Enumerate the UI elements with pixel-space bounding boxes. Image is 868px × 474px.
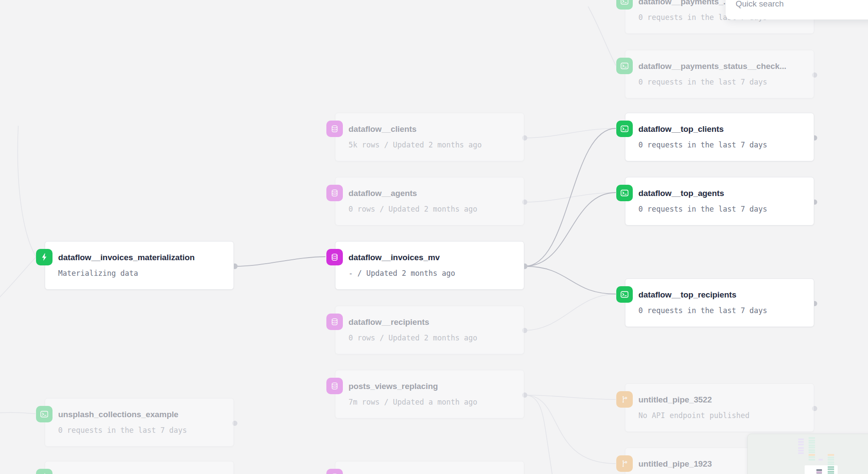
minimap-node xyxy=(809,445,815,446)
node-title: posts_views_replacing xyxy=(349,381,517,391)
edge xyxy=(588,7,616,65)
pipe-icon xyxy=(616,455,633,472)
endpoint-icon xyxy=(616,286,633,303)
node-unsplash_collections_example[interactable]: unsplash_collections_example 0 requests … xyxy=(45,398,234,447)
endpoint-icon xyxy=(616,58,633,74)
node-subtitle: No API endpoint published xyxy=(638,411,807,420)
minimap-node xyxy=(828,466,834,468)
minimap-node xyxy=(809,440,815,441)
node-subtitle: 7m rows / Updated a month ago xyxy=(349,398,517,407)
node-title: dataflow__invoices_mv xyxy=(349,252,517,262)
node-subtitle: Materializing data xyxy=(58,269,227,278)
minimap-node xyxy=(816,469,822,471)
datasource-icon xyxy=(326,469,343,474)
edge xyxy=(525,266,616,294)
minimap-node xyxy=(828,471,834,473)
quick-search-placeholder: Quick search xyxy=(736,0,784,9)
node-subtitle: 0 requests in the last 7 days xyxy=(638,306,807,315)
minimap-node xyxy=(828,454,834,456)
node-untitled_pipe_3522[interactable]: untitled_pipe_3522 No API endpoint publi… xyxy=(625,383,814,432)
minimap-node xyxy=(819,459,823,461)
minimap-node xyxy=(798,444,804,445)
node-title: dataflow__top_recipients xyxy=(638,290,807,300)
bolt-icon xyxy=(36,249,53,265)
node-dataflow__payments_status__check[interactable]: dataflow__payments_status__check... 0 re… xyxy=(625,50,814,98)
quick-search-input[interactable]: Quick search xyxy=(726,0,868,20)
minimap-node xyxy=(809,447,815,448)
node-posts_views_replacing[interactable]: posts_views_replacing 7m rows / Updated … xyxy=(335,370,524,418)
edge xyxy=(18,126,36,257)
endpoint-icon xyxy=(616,121,633,137)
minimap[interactable] xyxy=(747,434,868,474)
minimap-node xyxy=(809,459,815,461)
node-bottom-left-node[interactable] xyxy=(45,461,234,474)
minimap-node xyxy=(798,441,804,443)
node-subtitle: 0 rows / Updated 2 months ago xyxy=(349,205,517,214)
node-title: dataflow__invoices_materialization xyxy=(58,252,227,262)
edge xyxy=(525,395,616,464)
node-subtitle: 0 requests in the last 7 days xyxy=(638,141,807,150)
datasource-icon xyxy=(326,185,343,201)
node-title: dataflow__clients xyxy=(349,124,517,134)
node-dataflow__clients[interactable]: dataflow__clients 5k rows / Updated 2 mo… xyxy=(335,113,524,161)
edge xyxy=(525,395,553,474)
node-dataflow__top_recipients[interactable]: dataflow__top_recipients 0 requests in t… xyxy=(625,278,814,327)
minimap-node xyxy=(828,468,834,470)
minimap-node xyxy=(798,447,804,449)
node-subtitle: 0 rows / Updated 2 months ago xyxy=(349,333,517,343)
minimap-node xyxy=(828,457,834,458)
dataflow-canvas[interactable]: dataflow__payments_... 0 requests in the… xyxy=(0,0,868,474)
node-dataflow__recipients[interactable]: dataflow__recipients 0 rows / Updated 2 … xyxy=(335,306,524,354)
minimap-node xyxy=(809,437,815,439)
node-dataflow__agents[interactable]: dataflow__agents 0 rows / Updated 2 mont… xyxy=(335,177,524,226)
datasource-icon xyxy=(326,378,343,394)
node-subtitle: 0 requests in the last 7 days xyxy=(638,205,807,214)
node-title: dataflow__top_agents xyxy=(638,188,807,198)
node-dataflow__top_agents[interactable]: dataflow__top_agents 0 requests in the l… xyxy=(625,177,814,226)
endpoint-icon xyxy=(616,185,633,201)
minimap-node xyxy=(816,471,822,473)
node-subtitle: 0 requests in the last 7 days xyxy=(638,78,807,87)
endpoint-icon xyxy=(616,0,633,10)
node-subtitle: 5k rows / Updated 2 months ago xyxy=(349,141,517,150)
edge xyxy=(0,257,36,304)
node-dataflow__invoices_materialization[interactable]: dataflow__invoices_materialization Mater… xyxy=(45,241,234,290)
node-subtitle: 0 requests in the last 7 days xyxy=(58,426,227,435)
node-dataflow__invoices_mv[interactable]: dataflow__invoices_mv - / Updated 2 mont… xyxy=(335,241,524,290)
node-title: dataflow__recipients xyxy=(349,317,517,327)
minimap-node xyxy=(828,461,834,463)
node-bottom-center-node[interactable] xyxy=(335,461,524,474)
node-title: dataflow__top_clients xyxy=(638,124,807,134)
minimap-node xyxy=(809,449,815,451)
node-title: dataflow__payments_status__check... xyxy=(638,61,807,71)
datasource-icon xyxy=(326,314,343,330)
bolt-icon xyxy=(36,469,53,474)
node-title: dataflow__agents xyxy=(349,188,517,198)
minimap-node xyxy=(809,454,815,456)
minimap-node xyxy=(798,452,804,454)
minimap-node xyxy=(798,438,804,440)
edge xyxy=(525,128,616,266)
node-title: unsplash_collections_example xyxy=(58,409,227,419)
minimap-node xyxy=(798,450,804,451)
endpoint-icon xyxy=(36,406,53,422)
minimap-node xyxy=(809,456,815,458)
minimap-node xyxy=(828,459,834,461)
minimap-node xyxy=(809,442,815,444)
node-dataflow__top_clients[interactable]: dataflow__top_clients 0 requests in the … xyxy=(625,113,814,161)
minimap-node xyxy=(809,451,815,453)
node-title: untitled_pipe_3522 xyxy=(638,395,807,405)
node-subtitle: - / Updated 2 months ago xyxy=(349,269,517,278)
datasource-icon xyxy=(326,249,343,265)
pipe-icon xyxy=(616,391,633,408)
edge xyxy=(235,257,326,266)
edge xyxy=(525,193,616,266)
edge xyxy=(0,412,36,414)
datasource-icon xyxy=(326,121,343,137)
edge xyxy=(525,294,616,330)
minimap-node xyxy=(828,464,834,465)
